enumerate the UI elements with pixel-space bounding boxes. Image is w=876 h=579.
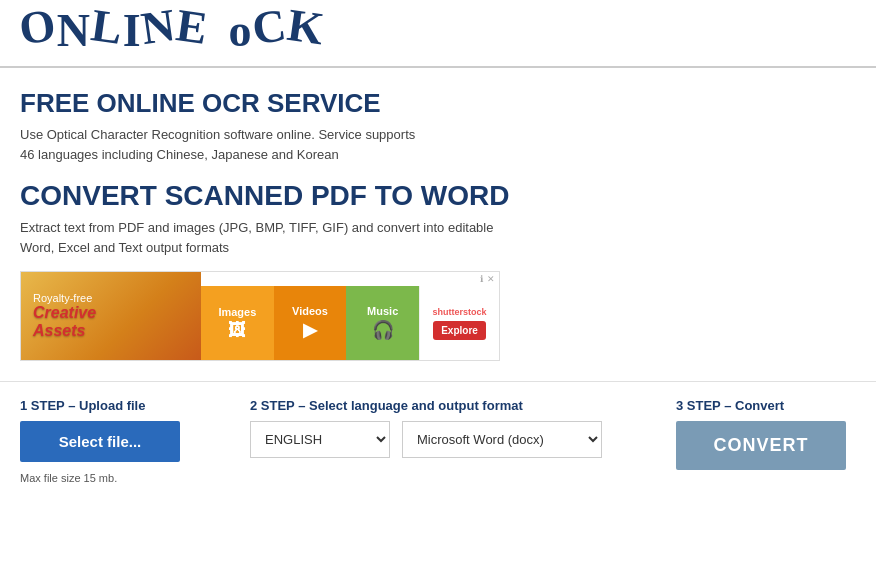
logo-letter-l: L — [89, 2, 126, 52]
ad-images-category[interactable]: Images 🖼 — [201, 286, 274, 360]
ad-images-label: Images — [218, 306, 256, 318]
step2-label: 2 STEP – Select language and output form… — [250, 398, 646, 413]
language-select[interactable]: ENGLISHFRENCHGERMANSPANISHCHINESEJAPANES… — [250, 421, 390, 458]
step3-label: 3 STEP – Convert — [676, 398, 856, 413]
logo-letter-i: I — [123, 8, 141, 54]
service-title: FREE ONLINE OCR SERVICE — [20, 88, 856, 119]
format-select[interactable]: Microsoft Word (docx)Microsoft Excel (xl… — [402, 421, 602, 458]
convert-button[interactable]: CONVERT — [676, 421, 846, 470]
step1-block: 1 STEP – Upload file Select file... Max … — [20, 398, 220, 484]
step1-label: 1 STEP – Upload file — [20, 398, 220, 413]
ad-creative-text: Creative — [33, 304, 189, 322]
ad-images-icon: 🖼 — [228, 320, 246, 341]
ad-assets-text: Assets — [33, 322, 189, 340]
convert-description: Extract text from PDF and images (JPG, B… — [20, 218, 856, 257]
ad-categories: Images 🖼 Videos ▶ Music 🎧 shutterstock E… — [201, 286, 499, 360]
service-description: Use Optical Character Recognition softwa… — [20, 125, 856, 164]
ad-right-section: ℹ ✕ Images 🖼 Videos ▶ Music 🎧 shuttersto… — [201, 272, 499, 360]
ad-shutterstock-logo: shutterstock — [433, 307, 487, 317]
ad-close-icon[interactable]: ✕ — [487, 274, 495, 284]
max-file-note: Max file size 15 mb. — [20, 472, 220, 484]
ad-shutterstock-section: shutterstock Explore — [419, 286, 499, 360]
ad-banner: Royalty-free Creative Assets ℹ ✕ Images … — [20, 271, 500, 361]
logo-letter-e: E — [173, 2, 210, 52]
ad-royalty-text: Royalty-free — [33, 292, 189, 304]
main-content: FREE ONLINE OCR SERVICE Use Optical Char… — [0, 68, 876, 361]
ad-videos-category[interactable]: Videos ▶ — [274, 286, 347, 360]
ad-videos-icon: ▶ — [303, 319, 317, 341]
step2-selects: ENGLISHFRENCHGERMANSPANISHCHINESEJAPANES… — [250, 421, 646, 458]
logo: O N L I N E o C K — [20, 8, 856, 54]
logo-letter-o2: o — [229, 8, 252, 54]
ad-music-label: Music — [367, 305, 398, 317]
step2-block: 2 STEP – Select language and output form… — [250, 398, 646, 458]
ad-music-icon: 🎧 — [372, 319, 394, 341]
steps-section: 1 STEP – Upload file Select file... Max … — [0, 381, 876, 504]
header-logo-area: O N L I N E o C K — [0, 0, 876, 68]
ad-info-icon[interactable]: ℹ — [480, 274, 483, 284]
logo-letter-n: N — [57, 8, 90, 54]
logo-letter-k: K — [284, 2, 326, 53]
ad-top-bar: ℹ ✕ — [201, 272, 499, 286]
step3-block: 3 STEP – Convert CONVERT — [676, 398, 856, 470]
ad-music-category[interactable]: Music 🎧 — [346, 286, 419, 360]
ad-explore-button[interactable]: Explore — [433, 321, 486, 340]
logo-letter-n2: N — [138, 2, 177, 52]
select-file-button[interactable]: Select file... — [20, 421, 180, 462]
ad-videos-label: Videos — [292, 305, 328, 317]
logo-letter-c: C — [249, 2, 288, 52]
logo-letter-o: O — [16, 2, 58, 53]
convert-title: CONVERT SCANNED PDF TO WORD — [20, 180, 856, 212]
ad-left-section: Royalty-free Creative Assets — [21, 272, 201, 360]
